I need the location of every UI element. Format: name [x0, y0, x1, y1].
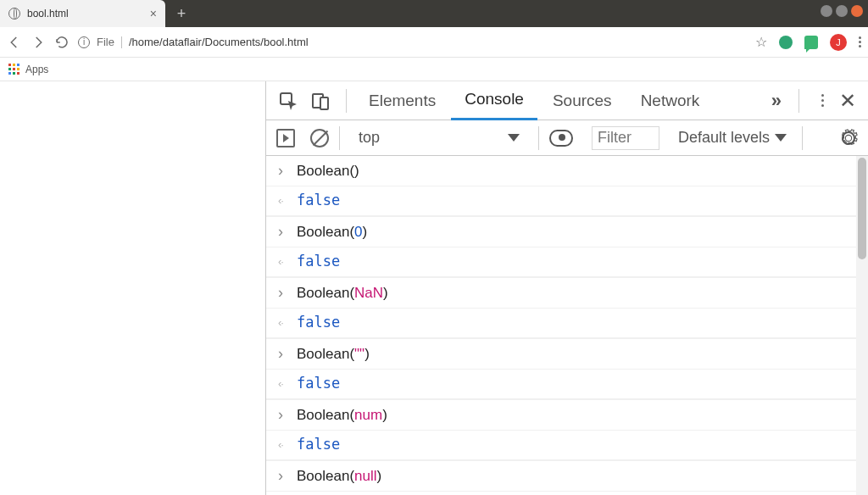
- console-result-row: false: [266, 309, 856, 338]
- console-input-code: Boolean(""): [297, 344, 370, 364]
- console-input-row[interactable]: Boolean(""): [266, 338, 856, 370]
- devtools-menu-button[interactable]: [821, 94, 824, 107]
- bookmarks-bar: Apps: [0, 58, 868, 81]
- browser-toolbar: i File /home/dataflair/Documents/bool.ht…: [0, 27, 868, 58]
- context-selector[interactable]: top: [350, 129, 528, 147]
- expand-arrow-icon[interactable]: [278, 343, 292, 364]
- devtools-panel: Elements Console Sources Network » ✕ top: [265, 81, 868, 495]
- chevron-down-icon: [508, 134, 520, 142]
- tab-title: bool.html: [27, 8, 69, 19]
- return-arrow-icon: [278, 254, 292, 270]
- close-tab-button[interactable]: ×: [150, 8, 157, 19]
- new-tab-button[interactable]: +: [170, 3, 192, 25]
- apps-icon[interactable]: [8, 64, 20, 75]
- console-result-value: false: [297, 191, 340, 211]
- divider: [121, 36, 122, 48]
- browser-menu-button[interactable]: [859, 36, 861, 47]
- console-input-code: Boolean(): [297, 161, 359, 181]
- scrollbar-thumb[interactable]: [858, 158, 866, 259]
- bookmark-star-icon[interactable]: ☆: [755, 34, 767, 50]
- reload-button[interactable]: [54, 35, 70, 50]
- console-settings-icon[interactable]: [839, 129, 858, 147]
- live-expression-icon[interactable]: [549, 130, 573, 147]
- console-input-code: Boolean(null): [297, 466, 381, 487]
- devtools-tab-row: Elements Console Sources Network » ✕: [266, 81, 868, 120]
- return-arrow-icon: [278, 437, 292, 453]
- return-arrow-icon: [278, 193, 292, 209]
- console-result-row: false: [266, 186, 856, 216]
- divider: [802, 126, 803, 150]
- address-bar[interactable]: i File /home/dataflair/Documents/bool.ht…: [78, 36, 747, 48]
- tab-network[interactable]: Network: [627, 81, 714, 120]
- close-window-button[interactable]: [851, 5, 863, 17]
- console-result-row: false: [266, 370, 856, 399]
- console-input-code: Boolean(0): [297, 222, 367, 242]
- extension-grammarly-icon[interactable]: [779, 36, 793, 49]
- more-tabs-icon[interactable]: »: [771, 90, 776, 112]
- tab-label: Elements: [369, 92, 436, 110]
- filter-placeholder: Filter: [598, 129, 632, 147]
- svg-rect-2: [320, 97, 328, 109]
- page-viewport: [0, 81, 265, 495]
- maximize-button[interactable]: [836, 5, 848, 17]
- tab-sources[interactable]: Sources: [539, 81, 626, 120]
- back-button[interactable]: [7, 35, 22, 50]
- divider: [346, 89, 347, 113]
- browser-tab[interactable]: bool.html ×: [0, 0, 165, 27]
- console-input-code: Boolean(num): [297, 405, 387, 425]
- url-path: /home/dataflair/Documents/bool.html: [129, 36, 309, 48]
- console-output[interactable]: Boolean()falseBoolean(0)falseBoolean(NaN…: [266, 156, 868, 495]
- return-arrow-icon: [278, 376, 292, 392]
- inspect-element-icon[interactable]: [278, 91, 298, 111]
- divider: [798, 89, 799, 113]
- toggle-console-drawer-icon[interactable]: [276, 129, 295, 147]
- avatar-letter: J: [836, 37, 841, 47]
- profile-avatar[interactable]: J: [830, 34, 847, 51]
- close-devtools-button[interactable]: ✕: [839, 89, 856, 113]
- protocol-label: File: [97, 36, 114, 48]
- console-result-value: false: [297, 313, 340, 333]
- context-value: top: [359, 129, 380, 147]
- console-result-row: false: [266, 492, 856, 495]
- device-toolbar-icon[interactable]: [310, 91, 331, 111]
- console-input-row[interactable]: Boolean(num): [266, 399, 856, 431]
- filter-input[interactable]: Filter: [592, 126, 659, 150]
- log-level-value: Default levels: [678, 129, 770, 147]
- console-input-row[interactable]: Boolean(): [266, 156, 856, 186]
- log-level-selector[interactable]: Default levels: [678, 129, 787, 147]
- info-icon: i: [78, 36, 90, 48]
- console-result-row: false: [266, 248, 856, 277]
- chevron-down-icon: [775, 134, 787, 142]
- divider: [538, 126, 539, 150]
- console-result-value: false: [297, 435, 340, 455]
- console-input-code: Boolean(NaN): [297, 283, 388, 303]
- tab-console[interactable]: Console: [451, 81, 537, 120]
- expand-arrow-icon[interactable]: [278, 282, 292, 303]
- expand-arrow-icon[interactable]: [278, 221, 292, 242]
- page-favicon-icon: [8, 8, 20, 19]
- console-input-row[interactable]: Boolean(null): [266, 460, 856, 492]
- tab-label: Sources: [553, 92, 612, 110]
- expand-arrow-icon[interactable]: [278, 465, 292, 487]
- window-titlebar: bool.html × +: [0, 0, 868, 27]
- console-result-row: false: [266, 431, 856, 460]
- console-result-value: false: [297, 374, 340, 394]
- minimize-button[interactable]: [821, 5, 832, 17]
- divider: [339, 126, 340, 150]
- window-controls: [821, 5, 863, 17]
- console-toolbar: top Filter Default levels: [266, 120, 868, 156]
- scrollbar-track[interactable]: [856, 156, 868, 495]
- console-input-row[interactable]: Boolean(NaN): [266, 277, 856, 309]
- extension-comment-icon[interactable]: [804, 36, 818, 49]
- clear-console-icon[interactable]: [310, 129, 329, 147]
- console-result-value: false: [297, 252, 340, 272]
- return-arrow-icon: [278, 315, 292, 331]
- expand-arrow-icon[interactable]: [278, 160, 292, 181]
- expand-arrow-icon[interactable]: [278, 404, 292, 425]
- tab-elements[interactable]: Elements: [355, 81, 449, 120]
- console-input-row[interactable]: Boolean(0): [266, 216, 856, 248]
- forward-button[interactable]: [31, 35, 46, 50]
- apps-label[interactable]: Apps: [25, 64, 48, 75]
- tab-label: Console: [465, 90, 524, 108]
- tab-label: Network: [641, 92, 700, 110]
